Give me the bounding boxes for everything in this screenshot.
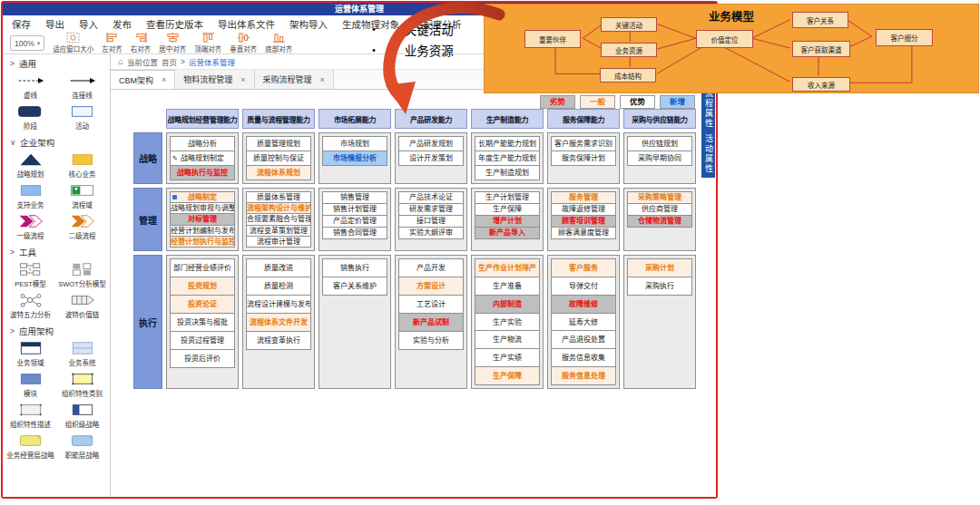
- align-vertical-button[interactable]: 垂直对齐: [230, 34, 257, 53]
- capability-cell[interactable]: 销售管理: [322, 191, 387, 204]
- capability-cell[interactable]: 方案设计: [398, 277, 464, 296]
- model-node[interactable]: 收入来源: [792, 77, 850, 92]
- menu-item[interactable]: 架构导入: [289, 17, 328, 31]
- capability-cell[interactable]: 延寿大修: [551, 313, 616, 332]
- capability-cell[interactable]: 产品研发规划: [398, 136, 464, 151]
- diagram-canvas[interactable]: 劣势一般优势新增 战略规划经营管理能力质量与流程管理能力市场拓展能力产品研发能力…: [111, 90, 716, 497]
- capability-cell[interactable]: 质量检测: [246, 277, 311, 296]
- model-node[interactable]: 关键活动: [601, 17, 657, 32]
- sidebar-item[interactable]: 组织特性描述: [5, 402, 56, 429]
- capability-cell[interactable]: 新产品导入: [475, 227, 540, 239]
- sidebar-item[interactable]: SWOT分析模型: [56, 261, 108, 288]
- align-center-button[interactable]: 居中对齐: [159, 34, 186, 53]
- capability-cell[interactable]: 质量改进: [246, 258, 311, 277]
- capability-cell[interactable]: 投资决策与报批: [170, 313, 235, 332]
- menu-item[interactable]: 导出: [45, 17, 64, 31]
- capability-cell[interactable]: 工艺设计: [398, 295, 464, 314]
- capability-cell[interactable]: 增产计划: [475, 215, 540, 228]
- sidebar-item[interactable]: 二级流程: [56, 213, 108, 240]
- model-node[interactable]: 业务资源: [601, 43, 657, 57]
- capability-cell[interactable]: 流程设计建模与发布: [246, 295, 311, 314]
- capability-cell[interactable]: 经营计划执行与监控: [170, 236, 235, 248]
- capability-cell[interactable]: 投资论证: [170, 295, 235, 314]
- capability-cell[interactable]: 生产作业计划排产: [475, 258, 540, 277]
- capability-cell[interactable]: 服务信息处理: [551, 366, 616, 385]
- capability-cell[interactable]: 生产保障: [475, 366, 540, 385]
- capability-cell[interactable]: 质量管理规划: [246, 136, 311, 151]
- sidebar-item[interactable]: 模块: [5, 371, 56, 398]
- tab-close-icon[interactable]: ×: [320, 75, 325, 84]
- capability-cell[interactable]: 顾客培训管理: [551, 215, 616, 228]
- align-bottom-button[interactable]: 底部对齐: [265, 34, 292, 53]
- capability-cell[interactable]: 设计开发策划: [398, 151, 464, 166]
- capability-cell[interactable]: 年度生产能力规划: [475, 151, 540, 166]
- model-node[interactable]: 成本结构: [600, 68, 656, 83]
- capability-cell[interactable]: 市场规划: [322, 136, 387, 151]
- capability-cell[interactable]: 采购早期协同: [627, 151, 692, 166]
- model-node[interactable]: 客户关系: [792, 12, 848, 28]
- capability-cell[interactable]: 生产准备: [475, 277, 540, 296]
- menu-item[interactable]: 发布: [113, 17, 132, 31]
- capability-cell[interactable]: 销售执行: [322, 258, 387, 277]
- document-tab[interactable]: 采购流程管理×: [255, 70, 334, 89]
- fit-window-button[interactable]: 适应窗口大小: [53, 34, 93, 53]
- capability-cell[interactable]: 实验大纲评审: [398, 227, 464, 239]
- capability-cell[interactable]: 生产计划管理: [475, 191, 540, 204]
- model-node[interactable]: 重要伙伴: [524, 30, 581, 48]
- sidebar-section-header[interactable]: >工具: [3, 243, 110, 260]
- capability-cell[interactable]: 采购策略管理: [627, 191, 692, 204]
- sidebar-item[interactable]: 一级流程: [5, 213, 56, 240]
- capability-cell[interactable]: 销售合同管理: [322, 227, 387, 239]
- breadcrumb-home-link[interactable]: 首页: [162, 56, 177, 67]
- capability-cell[interactable]: 销售计划管理: [322, 203, 387, 216]
- capability-cell[interactable]: 顾客满意度管理: [551, 227, 616, 239]
- align-right-button[interactable]: 右对齐: [131, 34, 152, 53]
- capability-cell[interactable]: 产品定价管理: [322, 215, 387, 228]
- legend-strong-button[interactable]: 优势: [620, 95, 655, 109]
- capability-cell[interactable]: 仓储物流管理: [627, 215, 692, 228]
- capability-cell[interactable]: 流程体系文件开发: [246, 313, 311, 332]
- sidebar-item[interactable]: 支持业务: [5, 182, 56, 209]
- sidebar-item[interactable]: 核心业务: [56, 151, 108, 179]
- capability-cell[interactable]: 客户服务需求识别: [551, 136, 616, 151]
- document-tab[interactable]: 物料流程管理×: [175, 70, 254, 89]
- capability-cell[interactable]: 研发需求管理: [398, 203, 464, 216]
- menu-item[interactable]: 查看历史版本: [146, 17, 203, 31]
- capability-cell[interactable]: 服务信息收集: [551, 348, 616, 367]
- capability-cell[interactable]: 长期产能能力规划: [475, 136, 540, 151]
- capability-cell[interactable]: 产品退役处置: [551, 330, 616, 349]
- capability-cell[interactable]: 采购执行: [627, 277, 692, 296]
- capability-cell[interactable]: 生产保障: [475, 203, 540, 216]
- capability-cell[interactable]: 流程变革执行: [246, 331, 311, 350]
- sidebar-item[interactable]: 波特五力分析: [5, 292, 56, 319]
- zoom-select[interactable]: 100% ▾: [10, 35, 44, 51]
- sidebar-item[interactable]: 虚线: [5, 73, 56, 100]
- sidebar-item[interactable]: 业务经营层战略: [5, 432, 56, 460]
- capability-cell[interactable]: 内部制造: [475, 295, 540, 314]
- menu-item[interactable]: 导出体系文件: [218, 17, 275, 31]
- menu-item[interactable]: 导入: [79, 17, 98, 31]
- sidebar-item[interactable]: 连接线: [56, 73, 108, 100]
- side-tab-activity-properties[interactable]: 活动属性: [701, 131, 715, 178]
- document-tab[interactable]: CBM架构×: [111, 70, 175, 89]
- capability-cell[interactable]: 投资过程管理: [170, 331, 235, 350]
- capability-cell[interactable]: 接口管理: [398, 215, 464, 228]
- capability-cell[interactable]: 服务保障计划: [551, 151, 616, 166]
- legend-new-button[interactable]: 新增: [660, 95, 695, 109]
- sidebar-item[interactable]: 业务领域: [5, 340, 56, 367]
- capability-cell[interactable]: 战略执行与监控: [170, 165, 235, 180]
- capability-cell[interactable]: 部门经营业绩评价: [170, 258, 235, 277]
- capability-cell[interactable]: 市场情报分析: [322, 151, 387, 166]
- capability-cell[interactable]: 生产实绩: [475, 348, 540, 367]
- sidebar-item[interactable]: 战略规划: [5, 151, 56, 179]
- sidebar-item[interactable]: 活动: [56, 103, 108, 131]
- model-node[interactable]: 客户细分: [876, 29, 933, 46]
- capability-cell[interactable]: 流程审计管理: [246, 236, 311, 248]
- breadcrumb-current-link[interactable]: 运营体系管理: [189, 56, 235, 67]
- sidebar-item[interactable]: 业务系统: [56, 340, 108, 367]
- capability-cell[interactable]: 服务管理: [551, 191, 616, 204]
- capability-cell[interactable]: 客户关系维护: [322, 277, 387, 296]
- capability-cell[interactable]: 投资后评价: [170, 349, 235, 368]
- capability-cell[interactable]: 战略分析: [170, 136, 235, 151]
- align-left-button[interactable]: 左对齐: [102, 34, 122, 53]
